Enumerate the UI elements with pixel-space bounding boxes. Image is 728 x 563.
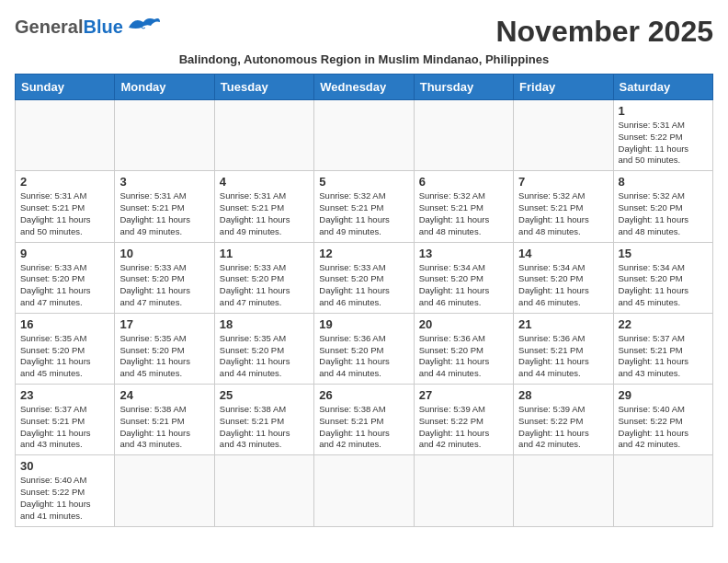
calendar-cell: 28Sunrise: 5:39 AM Sunset: 5:22 PM Dayli… — [514, 385, 613, 455]
calendar-week-row: 16Sunrise: 5:35 AM Sunset: 5:20 PM Dayli… — [16, 313, 713, 384]
calendar-week-row: 2Sunrise: 5:31 AM Sunset: 5:21 PM Daylig… — [16, 171, 713, 242]
calendar-cell — [16, 100, 115, 171]
calendar-cell — [414, 100, 513, 171]
day-info: Sunrise: 5:32 AM Sunset: 5:20 PM Dayligh… — [619, 190, 708, 237]
day-number: 18 — [220, 317, 309, 331]
calendar-cell: 13Sunrise: 5:34 AM Sunset: 5:20 PM Dayli… — [414, 242, 513, 313]
day-number: 29 — [619, 388, 708, 402]
calendar-cell: 11Sunrise: 5:33 AM Sunset: 5:20 PM Dayli… — [214, 242, 313, 313]
day-info: Sunrise: 5:37 AM Sunset: 5:21 PM Dayligh… — [20, 404, 109, 451]
day-number: 11 — [220, 247, 309, 260]
day-number: 4 — [220, 175, 309, 189]
calendar-cell: 10Sunrise: 5:33 AM Sunset: 5:20 PM Dayli… — [115, 242, 214, 313]
calendar-cell — [314, 100, 414, 171]
day-number: 9 — [20, 247, 109, 260]
calendar-cell: 22Sunrise: 5:37 AM Sunset: 5:21 PM Dayli… — [613, 313, 712, 384]
day-info: Sunrise: 5:33 AM Sunset: 5:20 PM Dayligh… — [20, 262, 109, 309]
calendar-cell — [613, 455, 712, 526]
day-info: Sunrise: 5:32 AM Sunset: 5:21 PM Dayligh… — [518, 190, 608, 237]
calendar-week-row: 23Sunrise: 5:37 AM Sunset: 5:21 PM Dayli… — [16, 385, 713, 455]
calendar-cell: 25Sunrise: 5:38 AM Sunset: 5:21 PM Dayli… — [214, 385, 313, 455]
day-number: 5 — [319, 175, 408, 189]
day-info: Sunrise: 5:35 AM Sunset: 5:20 PM Dayligh… — [119, 333, 209, 380]
logo-bird — [127, 15, 162, 39]
calendar-cell: 9Sunrise: 5:33 AM Sunset: 5:20 PM Daylig… — [16, 242, 115, 313]
day-info: Sunrise: 5:31 AM Sunset: 5:22 PM Dayligh… — [619, 120, 708, 167]
month-title: November 2025 — [495, 15, 713, 49]
day-info: Sunrise: 5:31 AM Sunset: 5:21 PM Dayligh… — [220, 190, 309, 237]
day-info: Sunrise: 5:36 AM Sunset: 5:20 PM Dayligh… — [319, 333, 408, 380]
day-info: Sunrise: 5:37 AM Sunset: 5:21 PM Dayligh… — [619, 333, 708, 380]
calendar-cell: 26Sunrise: 5:38 AM Sunset: 5:21 PM Dayli… — [314, 385, 414, 455]
weekday-header-friday: Friday — [514, 75, 613, 100]
header: GeneralBlue November 2025 — [15, 15, 713, 49]
day-info: Sunrise: 5:33 AM Sunset: 5:20 PM Dayligh… — [220, 262, 309, 309]
day-info: Sunrise: 5:38 AM Sunset: 5:21 PM Dayligh… — [319, 404, 408, 451]
day-info: Sunrise: 5:33 AM Sunset: 5:20 PM Dayligh… — [319, 262, 408, 309]
calendar-week-row: 1Sunrise: 5:31 AM Sunset: 5:22 PM Daylig… — [16, 100, 713, 171]
subtitle: Balindong, Autonomous Region in Muslim M… — [15, 52, 713, 66]
day-info: Sunrise: 5:32 AM Sunset: 5:21 PM Dayligh… — [419, 190, 508, 237]
day-number: 28 — [518, 388, 608, 402]
day-number: 15 — [619, 247, 708, 260]
calendar-week-row: 9Sunrise: 5:33 AM Sunset: 5:20 PM Daylig… — [16, 242, 713, 313]
calendar-cell — [414, 455, 513, 526]
day-number: 14 — [518, 247, 608, 260]
calendar-cell: 1Sunrise: 5:31 AM Sunset: 5:22 PM Daylig… — [613, 100, 712, 171]
calendar-cell: 24Sunrise: 5:38 AM Sunset: 5:21 PM Dayli… — [115, 385, 214, 455]
day-info: Sunrise: 5:36 AM Sunset: 5:21 PM Dayligh… — [518, 333, 608, 380]
weekday-header-wednesday: Wednesday — [314, 75, 414, 100]
day-number: 3 — [119, 175, 209, 189]
day-number: 17 — [119, 317, 209, 331]
day-info: Sunrise: 5:35 AM Sunset: 5:20 PM Dayligh… — [20, 333, 109, 380]
day-number: 27 — [419, 388, 508, 402]
calendar-cell — [115, 455, 214, 526]
calendar-cell: 16Sunrise: 5:35 AM Sunset: 5:20 PM Dayli… — [16, 313, 115, 384]
calendar-cell: 29Sunrise: 5:40 AM Sunset: 5:22 PM Dayli… — [613, 385, 712, 455]
day-number: 7 — [518, 175, 608, 189]
day-info: Sunrise: 5:31 AM Sunset: 5:21 PM Dayligh… — [20, 190, 109, 237]
weekday-header-saturday: Saturday — [613, 75, 712, 100]
calendar-cell: 17Sunrise: 5:35 AM Sunset: 5:20 PM Dayli… — [115, 313, 214, 384]
logo: GeneralBlue — [15, 15, 162, 39]
calendar-cell: 23Sunrise: 5:37 AM Sunset: 5:21 PM Dayli… — [16, 385, 115, 455]
calendar-cell — [514, 455, 613, 526]
day-number: 19 — [319, 317, 408, 331]
calendar-cell: 7Sunrise: 5:32 AM Sunset: 5:21 PM Daylig… — [514, 171, 613, 242]
day-number: 30 — [20, 459, 109, 473]
day-info: Sunrise: 5:34 AM Sunset: 5:20 PM Dayligh… — [419, 262, 508, 309]
calendar-cell: 18Sunrise: 5:35 AM Sunset: 5:20 PM Dayli… — [214, 313, 313, 384]
day-number: 24 — [119, 388, 209, 402]
day-number: 25 — [220, 388, 309, 402]
weekday-header-thursday: Thursday — [414, 75, 513, 100]
calendar-cell: 21Sunrise: 5:36 AM Sunset: 5:21 PM Dayli… — [514, 313, 613, 384]
day-number: 13 — [419, 247, 508, 260]
day-number: 2 — [20, 175, 109, 189]
day-number: 6 — [419, 175, 508, 189]
calendar-cell: 14Sunrise: 5:34 AM Sunset: 5:20 PM Dayli… — [514, 242, 613, 313]
calendar-cell — [214, 455, 313, 526]
day-info: Sunrise: 5:34 AM Sunset: 5:20 PM Dayligh… — [518, 262, 608, 309]
calendar-cell: 8Sunrise: 5:32 AM Sunset: 5:20 PM Daylig… — [613, 171, 712, 242]
calendar-cell: 20Sunrise: 5:36 AM Sunset: 5:20 PM Dayli… — [414, 313, 513, 384]
calendar-cell — [115, 100, 214, 171]
day-info: Sunrise: 5:40 AM Sunset: 5:22 PM Dayligh… — [619, 404, 708, 451]
day-info: Sunrise: 5:39 AM Sunset: 5:22 PM Dayligh… — [419, 404, 508, 451]
calendar-cell — [314, 455, 414, 526]
day-info: Sunrise: 5:31 AM Sunset: 5:21 PM Dayligh… — [119, 190, 209, 237]
calendar-cell: 5Sunrise: 5:32 AM Sunset: 5:21 PM Daylig… — [314, 171, 414, 242]
calendar-cell: 19Sunrise: 5:36 AM Sunset: 5:20 PM Dayli… — [314, 313, 414, 384]
day-info: Sunrise: 5:36 AM Sunset: 5:20 PM Dayligh… — [419, 333, 508, 380]
calendar-cell: 2Sunrise: 5:31 AM Sunset: 5:21 PM Daylig… — [16, 171, 115, 242]
calendar-cell: 27Sunrise: 5:39 AM Sunset: 5:22 PM Dayli… — [414, 385, 513, 455]
calendar-cell: 15Sunrise: 5:34 AM Sunset: 5:20 PM Dayli… — [613, 242, 712, 313]
weekday-header-sunday: Sunday — [16, 75, 115, 100]
day-number: 8 — [619, 175, 708, 189]
day-info: Sunrise: 5:33 AM Sunset: 5:20 PM Dayligh… — [119, 262, 209, 309]
day-info: Sunrise: 5:35 AM Sunset: 5:20 PM Dayligh… — [220, 333, 309, 380]
weekday-header-row: SundayMondayTuesdayWednesdayThursdayFrid… — [16, 75, 713, 100]
day-info: Sunrise: 5:38 AM Sunset: 5:21 PM Dayligh… — [220, 404, 309, 451]
day-number: 23 — [20, 388, 109, 402]
calendar-cell — [514, 100, 613, 171]
day-number: 16 — [20, 317, 109, 331]
